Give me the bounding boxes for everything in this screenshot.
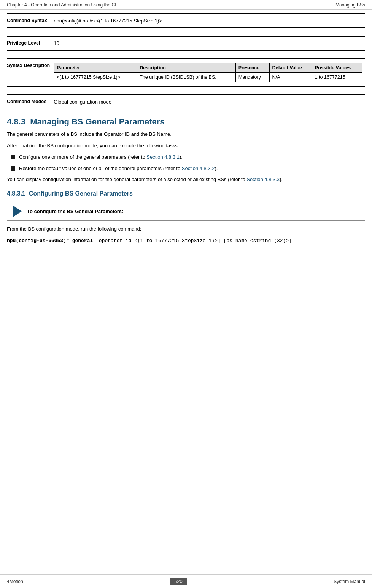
- footer-left: 4Motion: [7, 579, 23, 584]
- privilege-level-row: Privilege Level 10: [7, 36, 365, 50]
- page-footer: 4Motion 520 System Manual: [0, 574, 372, 588]
- col-description: Description: [137, 63, 236, 73]
- cmd-rest-part: [operator-id <(1 to 16777215 StepSize 1)…: [93, 238, 292, 244]
- section-4832-link[interactable]: Section 4.8.3.2: [182, 166, 215, 171]
- page-header: Chapter 4 - Operation and Administration…: [0, 0, 372, 10]
- footer-right: System Manual: [334, 579, 365, 584]
- procedure-box: To configure the BS General Parameters:: [7, 202, 365, 221]
- section-483-number: 4.8.3: [7, 117, 25, 126]
- syntax-inner-table: Parameter Description Presence Default V…: [54, 63, 362, 82]
- section-4831-para1: From the BS configuration mode, run the …: [7, 225, 365, 233]
- col-presence: Presence: [235, 63, 269, 73]
- section-483-para1: The general parameters of a BS include t…: [7, 131, 365, 138]
- col-parameter: Parameter: [54, 63, 137, 73]
- col-possible-values: Possible Values: [312, 63, 362, 73]
- col-default-value: Default Value: [269, 63, 312, 73]
- section-483-title: Managing BS General Parameters: [30, 117, 164, 126]
- command-modes-value: Global configuration mode: [54, 95, 365, 108]
- section-4831-title: Configuring BS General Parameters: [29, 190, 133, 197]
- arrow-icon: [13, 205, 22, 217]
- section-483-heading: 4.8.3 Managing BS General Parameters: [7, 117, 365, 127]
- section-4831-heading: 4.8.3.1 Configuring BS General Parameter…: [7, 190, 365, 197]
- syntax-table-header-row: Parameter Description Presence Default V…: [54, 63, 362, 73]
- command-syntax-value: npu(config)# no bs <(1 to 16777215 StepS…: [54, 14, 365, 28]
- syntax-description-value: Parameter Description Presence Default V…: [54, 59, 365, 86]
- syntax-cell-possible_values: 1 to 16777215: [312, 73, 362, 82]
- privilege-level-value: 10: [54, 36, 365, 50]
- section-4831-number: 4.8.3.1: [7, 190, 25, 197]
- command-syntax-row: Command Syntax npu(config)# no bs <(1 to…: [7, 14, 365, 28]
- section-483-para2: After enabling the BS configuration mode…: [7, 142, 365, 150]
- syntax-cell-presence: Mandatory: [235, 73, 269, 82]
- syntax-cell-description: The unique ID (BSIDLSB) of the BS.: [137, 73, 236, 82]
- footer-page-number: 520: [170, 578, 187, 585]
- command-modes-row: Command Modes Global configuration mode: [7, 95, 365, 108]
- syntax-description-row: Syntax Description Parameter Description…: [7, 59, 365, 86]
- syntax-description-label: Syntax Description: [7, 59, 54, 86]
- section-483-para3: You can display configuration informatio…: [7, 176, 365, 183]
- bullet-2-text: Restore the default values of one or all…: [19, 165, 218, 172]
- bullet-square-2: [11, 166, 15, 171]
- privilege-level-label: Privilege Level: [7, 36, 54, 50]
- info-table: Command Syntax npu(config)# no bs <(1 to…: [7, 13, 365, 108]
- syntax-cell-default_value: N/A: [269, 73, 312, 82]
- main-content: Command Syntax npu(config)# no bs <(1 to…: [0, 10, 372, 250]
- bullet-list: Configure one or more of the general par…: [11, 153, 365, 172]
- command-syntax-label: Command Syntax: [7, 14, 54, 28]
- procedure-label: To configure the BS General Parameters:: [27, 209, 123, 214]
- bullet-1-text: Configure one or more of the general par…: [19, 153, 183, 161]
- command-block: npu(config-bs-66053)# general [operator-…: [7, 237, 365, 245]
- syntax-cell-parameter: <(1 to 16777215 StepSize 1)>: [54, 73, 137, 82]
- bullet-item-2: Restore the default values of one or all…: [11, 165, 365, 172]
- section-4831-link[interactable]: Section 4.8.3.1: [146, 154, 180, 160]
- bullet-square-1: [11, 155, 15, 159]
- syntax-table-row: <(1 to 16777215 StepSize 1)>The unique I…: [54, 73, 362, 82]
- command-modes-label: Command Modes: [7, 95, 54, 108]
- bullet-item-1: Configure one or more of the general par…: [11, 153, 365, 161]
- header-right: Managing BSs: [335, 2, 365, 8]
- section-4833-link[interactable]: Section 4.8.3.3: [246, 177, 280, 182]
- cmd-bold-part: npu(config-bs-66053)# general: [7, 238, 93, 244]
- header-left: Chapter 4 - Operation and Administration…: [7, 2, 119, 8]
